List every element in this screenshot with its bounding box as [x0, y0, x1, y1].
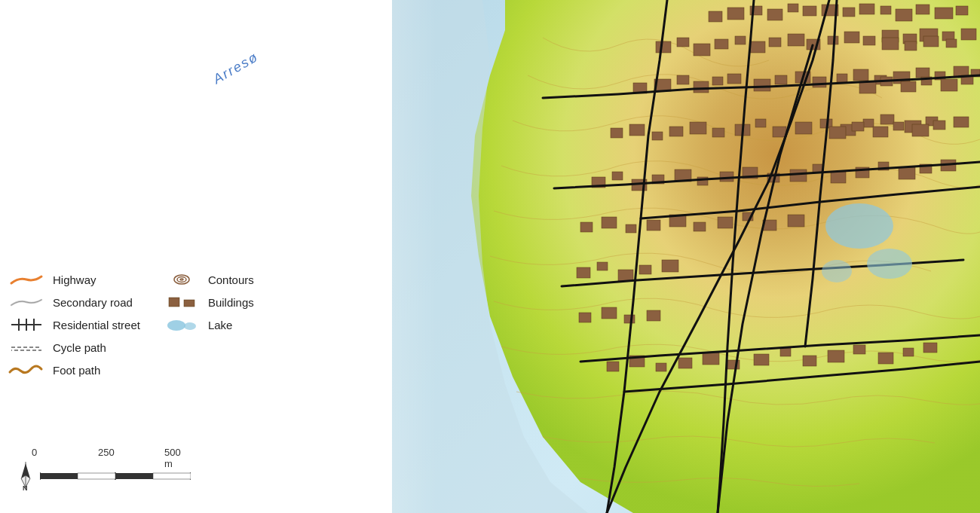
svg-rect-21 [788, 34, 804, 46]
cycle-path-label: Cycle path [53, 341, 106, 354]
svg-rect-10 [896, 9, 912, 21]
svg-rect-51 [652, 132, 663, 140]
lake-label-text: Lake [208, 319, 233, 331]
svg-rect-152 [78, 473, 115, 479]
svg-rect-41 [837, 74, 847, 82]
svg-rect-36 [727, 74, 741, 84]
svg-rect-114 [923, 343, 937, 353]
residential-label: Residential street [53, 319, 140, 331]
svg-point-133 [867, 249, 912, 279]
legend-item-highway: Highway [8, 271, 140, 288]
svg-point-142 [184, 322, 196, 330]
svg-rect-50 [629, 124, 645, 136]
legend-item-secondary-road: Secondary road [8, 294, 140, 310]
svg-rect-127 [873, 127, 888, 137]
svg-rect-17 [715, 39, 728, 49]
svg-rect-20 [769, 38, 781, 47]
svg-rect-74 [790, 169, 807, 182]
svg-rect-140 [184, 300, 194, 307]
svg-rect-7 [843, 8, 855, 17]
svg-rect-93 [597, 262, 608, 270]
svg-rect-96 [662, 260, 678, 272]
svg-rect-9 [880, 6, 891, 14]
svg-rect-45 [916, 68, 929, 78]
svg-rect-30 [961, 29, 976, 40]
legend-item-foot-path: Foot path [8, 362, 140, 378]
svg-rect-35 [712, 77, 723, 85]
svg-rect-116 [905, 41, 917, 50]
svg-rect-125 [829, 127, 846, 139]
scale-label-500: 500 m [164, 447, 188, 469]
svg-rect-19 [750, 41, 765, 53]
map-area [392, 0, 980, 513]
svg-rect-113 [903, 348, 914, 356]
svg-rect-112 [878, 353, 893, 364]
svg-rect-24 [844, 32, 859, 43]
highway-symbol [8, 271, 45, 288]
svg-rect-100 [647, 310, 660, 321]
legend-item-lake: Lake [163, 316, 254, 333]
svg-point-134 [822, 260, 852, 282]
svg-rect-151 [40, 473, 78, 479]
svg-rect-54 [712, 128, 724, 137]
svg-rect-53 [690, 122, 706, 134]
svg-text:N: N [23, 484, 28, 490]
svg-rect-117 [923, 36, 939, 47]
svg-rect-8 [859, 4, 874, 14]
highway-label: Highway [53, 273, 96, 286]
svg-rect-121 [901, 81, 916, 92]
svg-rect-130 [933, 121, 945, 130]
lake-name-text: Arresø [210, 49, 261, 87]
svg-rect-52 [669, 127, 683, 136]
svg-rect-66 [612, 172, 623, 180]
svg-rect-83 [602, 217, 617, 228]
cycle-path-symbol [8, 339, 45, 356]
svg-point-141 [167, 320, 185, 331]
svg-rect-12 [935, 8, 953, 19]
svg-rect-87 [694, 222, 706, 231]
lake-symbol [163, 316, 201, 333]
lake-label: Arresø [210, 49, 262, 87]
svg-rect-5 [803, 6, 816, 16]
svg-rect-11 [916, 5, 929, 14]
secondary-road-label: Secondary road [53, 296, 133, 309]
svg-rect-88 [718, 217, 733, 228]
svg-rect-18 [735, 36, 746, 44]
svg-rect-98 [602, 307, 617, 319]
svg-rect-14 [656, 41, 671, 53]
svg-rect-104 [678, 358, 692, 368]
svg-rect-153 [115, 473, 153, 479]
svg-rect-38 [775, 75, 787, 84]
svg-rect-131 [954, 117, 969, 127]
foot-path-label: Foot path [53, 364, 100, 377]
svg-rect-61 [863, 119, 874, 127]
legend-col-2: Contours Buildings [163, 271, 254, 378]
svg-rect-4 [788, 4, 798, 12]
svg-rect-85 [647, 220, 660, 231]
svg-rect-0 [709, 11, 722, 22]
svg-rect-57 [773, 127, 786, 137]
svg-rect-101 [607, 362, 619, 371]
legend-item-residential: Residential street [8, 316, 140, 333]
svg-rect-82 [580, 222, 593, 232]
svg-rect-154 [153, 473, 191, 479]
svg-rect-123 [941, 79, 957, 91]
legend-item-cycle-path: Cycle path [8, 339, 140, 356]
legend: Highway Secondary road [8, 271, 384, 378]
svg-rect-13 [956, 6, 968, 15]
contours-label: Contours [208, 273, 254, 286]
svg-rect-16 [694, 44, 710, 56]
svg-rect-42 [853, 69, 868, 81]
buildings-label: Buildings [208, 296, 254, 309]
svg-rect-99 [624, 315, 635, 323]
svg-rect-111 [853, 345, 865, 354]
svg-rect-76 [831, 172, 846, 183]
svg-rect-40 [813, 77, 826, 87]
svg-rect-108 [780, 348, 791, 356]
svg-rect-94 [618, 270, 633, 281]
contours-symbol [163, 271, 201, 288]
svg-rect-107 [754, 354, 769, 365]
svg-rect-1 [727, 8, 744, 20]
scale-bar-line [40, 469, 191, 483]
svg-rect-119 [859, 81, 876, 93]
